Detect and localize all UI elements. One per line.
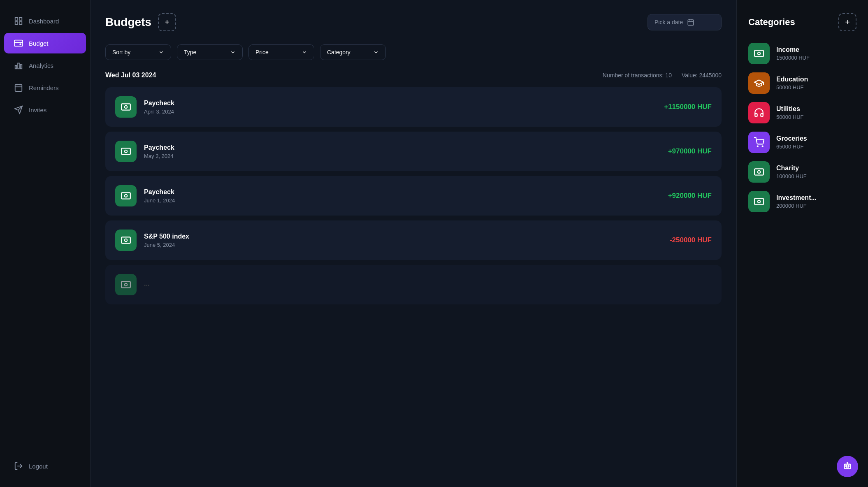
sidebar-label-logout: Logout [29, 463, 48, 470]
category-amount: 50000 HUF [776, 114, 856, 120]
svg-rect-21 [121, 104, 130, 110]
bot-icon [843, 462, 852, 471]
wallet-icon [14, 39, 23, 48]
transaction-icon [115, 274, 137, 295]
transaction-name: Paycheck [144, 144, 661, 151]
svg-rect-27 [121, 237, 130, 243]
calendar-picker-icon [687, 19, 694, 26]
svg-rect-1 [19, 18, 22, 20]
filter-price-label: Price [255, 49, 269, 56]
svg-rect-10 [15, 85, 22, 92]
sidebar-item-reminders[interactable]: Reminders [4, 77, 86, 98]
category-amount: 200000 HUF [776, 203, 856, 209]
chevron-down-icon [230, 49, 236, 55]
logout-icon [14, 461, 23, 471]
svg-rect-7 [15, 65, 17, 69]
category-item-investment[interactable]: Investment... 200000 HUF [748, 191, 856, 212]
transaction-amount: +920000 HUF [668, 192, 712, 200]
grid-icon [14, 16, 23, 26]
category-name: Investment... [776, 194, 856, 202]
transaction-name: Paycheck [144, 100, 657, 107]
transaction-icon [115, 96, 137, 118]
svg-rect-29 [121, 281, 130, 288]
svg-rect-2 [15, 22, 18, 24]
sidebar-item-logout[interactable]: Logout [4, 456, 86, 476]
sidebar-item-budget[interactable]: Budget [4, 33, 86, 53]
transaction-row[interactable]: Paycheck April 3, 2024 +1150000 HUF [105, 87, 722, 127]
transaction-name: ... [144, 280, 712, 288]
category-icon-education [748, 72, 770, 94]
sidebar-item-analytics[interactable]: Analytics [4, 55, 86, 76]
svg-rect-25 [121, 192, 130, 199]
category-icon-utilities [748, 102, 770, 123]
transaction-info: Paycheck June 1, 2024 [144, 188, 661, 204]
svg-rect-9 [21, 64, 22, 69]
add-budget-button[interactable]: + [158, 13, 176, 31]
transaction-icon [115, 141, 137, 162]
transaction-date: April 3, 2024 [144, 109, 657, 115]
category-item-charity[interactable]: Charity 100000 HUF [748, 161, 856, 183]
main-content: Budgets + Pick a date Sort by Type Price [91, 0, 736, 487]
sidebar-label-budget: Budget [29, 40, 49, 47]
category-item-groceries[interactable]: Groceries 65000 HUF [748, 132, 856, 153]
filter-price[interactable]: Price [248, 44, 314, 60]
category-name: Education [776, 76, 856, 83]
transaction-amount: +970000 HUF [668, 147, 712, 155]
transaction-row[interactable]: S&P 500 index June 5, 2024 -250000 HUF [105, 220, 722, 260]
date-summary-row: Wed Jul 03 2024 Number of transactions: … [105, 72, 722, 79]
sidebar-item-dashboard[interactable]: Dashboard [4, 11, 86, 31]
categories-panel: Categories + Income 1500000 HUF [736, 0, 868, 487]
svg-rect-4 [14, 40, 23, 46]
filter-category-label: Category [327, 49, 350, 56]
sidebar-item-invites[interactable]: Invites [4, 100, 86, 120]
svg-rect-37 [754, 198, 764, 204]
category-list: Income 1500000 HUF Education 50000 HUF [748, 43, 856, 212]
transaction-row[interactable]: ... [105, 265, 722, 304]
category-icon-groceries [748, 132, 770, 153]
panel-title: Categories [748, 17, 795, 28]
transaction-name: S&P 500 index [144, 233, 662, 240]
transaction-icon [115, 185, 137, 206]
chevron-down-icon [373, 49, 379, 55]
filter-type[interactable]: Type [177, 44, 243, 60]
svg-point-26 [125, 195, 128, 197]
send-icon [14, 105, 23, 114]
transaction-info: Paycheck May 2, 2024 [144, 144, 661, 159]
add-category-button[interactable]: + [838, 13, 856, 31]
filter-sort-by[interactable]: Sort by [105, 44, 171, 60]
total-value: Value: 2445000 [682, 72, 722, 79]
svg-point-22 [125, 106, 128, 109]
fab-button[interactable] [837, 456, 858, 477]
sidebar-label-analytics: Analytics [29, 62, 53, 69]
category-icon-investment [748, 191, 770, 212]
transaction-date: June 5, 2024 [144, 242, 662, 248]
transaction-info: Paycheck April 3, 2024 [144, 100, 657, 115]
transaction-row[interactable]: Paycheck June 1, 2024 +920000 HUF [105, 176, 722, 216]
svg-point-24 [125, 150, 128, 153]
category-info: Investment... 200000 HUF [776, 194, 856, 209]
sidebar-label-reminders: Reminders [29, 84, 59, 91]
category-item-education[interactable]: Education 50000 HUF [748, 72, 856, 94]
date-picker[interactable]: Pick a date [648, 14, 722, 30]
svg-point-38 [758, 200, 761, 203]
header-left: Budgets + [105, 13, 176, 31]
svg-rect-8 [18, 63, 19, 69]
transaction-summary: Number of transactions: 10 Value: 244500… [603, 72, 722, 79]
svg-point-42 [846, 466, 847, 467]
svg-point-33 [757, 146, 758, 147]
category-item-income[interactable]: Income 1500000 HUF [748, 43, 856, 64]
calendar-icon [14, 83, 23, 92]
category-icon-charity [748, 161, 770, 183]
svg-point-43 [848, 466, 849, 467]
transaction-amount: -250000 HUF [670, 236, 712, 244]
svg-point-30 [125, 283, 128, 286]
category-amount: 50000 HUF [776, 84, 856, 90]
filter-category[interactable]: Category [320, 44, 386, 60]
transaction-row[interactable]: Paycheck May 2, 2024 +970000 HUF [105, 132, 722, 171]
bar-chart-icon [14, 61, 23, 70]
category-info: Charity 100000 HUF [776, 165, 856, 179]
panel-header: Categories + [748, 13, 856, 31]
current-date-label: Wed Jul 03 2024 [105, 72, 156, 79]
category-item-utilities[interactable]: Utilities 50000 HUF [748, 102, 856, 123]
num-transactions: Number of transactions: 10 [603, 72, 672, 79]
